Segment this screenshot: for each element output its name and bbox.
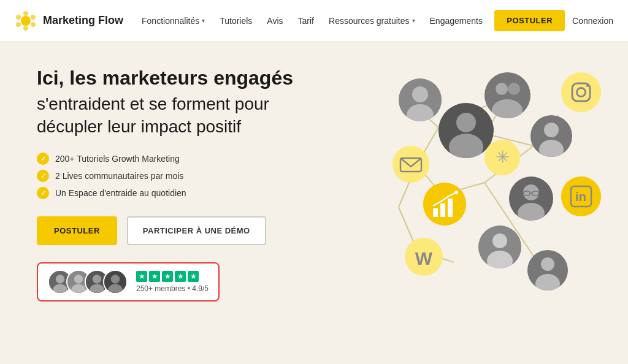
svg-point-68 (492, 233, 507, 248)
svg-point-6 (16, 15, 21, 20)
svg-point-1 (23, 11, 28, 16)
chart-icon-bubble (423, 183, 466, 226)
nav-links: Fonctionnalités ▾ Tutoriels Avis Tarif R… (142, 16, 494, 26)
svg-point-3 (31, 22, 36, 27)
svg-text:✳: ✳ (496, 148, 510, 167)
postuler-main-button[interactable]: POSTULER (37, 216, 117, 245)
main-content: Ici, les marketeurs engagés s'entraident… (0, 42, 628, 364)
person-bubble-6 (527, 250, 568, 290)
person-bubble-4 (509, 176, 553, 221)
rating-section: 250+ membres • 4.9/5 (136, 271, 209, 293)
svg-point-8 (56, 275, 64, 283)
svg-text:in: in (575, 190, 586, 203)
feature-item-2: ✓ 2 Lives communautaires par mois (37, 170, 331, 182)
svg-point-57 (454, 191, 458, 194)
linkedin-icon-bubble: in (561, 176, 601, 216)
email-icon-bubble (392, 146, 429, 183)
svg-point-2 (31, 15, 36, 20)
svg-point-14 (93, 275, 101, 283)
logo[interactable]: Marketing Flow (15, 10, 123, 32)
svg-point-5 (16, 22, 21, 27)
flower-icon-bubble: ✳ (484, 140, 520, 175)
svg-point-39 (496, 83, 508, 95)
svg-point-40 (508, 83, 520, 95)
star-3 (162, 271, 173, 282)
bubble-network: ✳ (343, 66, 591, 346)
svg-point-36 (412, 86, 428, 102)
svg-point-49 (392, 146, 429, 183)
feature-text-1: 200+ Tutoriels Growth Marketing (55, 154, 180, 164)
svg-rect-54 (433, 208, 438, 217)
feature-item-3: ✓ Un Espace d'entraide au quotidien (37, 187, 331, 199)
demo-button[interactable]: PARTICIPER À UNE DÉMO (127, 216, 266, 245)
svg-point-0 (21, 16, 31, 26)
person-bubble-3 (530, 115, 572, 157)
social-proof: 250+ membres • 4.9/5 (37, 262, 220, 301)
nav-engagements[interactable]: Engagements (430, 16, 483, 26)
postuler-nav-button[interactable]: POSTULER (494, 10, 565, 31)
connexion-button[interactable]: Connexion (572, 16, 613, 26)
star-1 (136, 271, 147, 282)
svg-rect-56 (448, 199, 453, 217)
avatar-4 (103, 270, 128, 294)
star-4 (175, 271, 186, 282)
features-list: ✓ 200+ Tutoriels Growth Marketing ✓ 2 Li… (37, 153, 331, 199)
check-icon-3: ✓ (37, 187, 49, 199)
svg-text:W: W (415, 248, 433, 268)
feature-text-3: Un Espace d'entraide au quotidien (55, 188, 186, 198)
chevron-down-icon: ▾ (202, 17, 205, 24)
avatar-group (48, 270, 128, 294)
svg-point-11 (74, 275, 83, 283)
members-text: 250+ membres • 4.9/5 (136, 284, 209, 293)
svg-point-4 (23, 26, 28, 31)
svg-point-62 (523, 184, 539, 200)
cta-buttons: POSTULER PARTICIPER À UNE DÉMO (37, 216, 331, 245)
check-icon-1: ✓ (37, 153, 49, 165)
person-bubble-5 (478, 226, 521, 268)
hero-left: Ici, les marketeurs engagés s'entraident… (37, 66, 331, 346)
svg-point-59 (544, 123, 559, 137)
svg-point-76 (541, 257, 554, 271)
nav-ressources[interactable]: Ressources gratuites ▾ (329, 16, 415, 26)
feature-item-1: ✓ 200+ Tutoriels Growth Marketing (37, 153, 331, 165)
chevron-down-icon: ▾ (412, 17, 415, 24)
brand-name: Marketing Flow (43, 14, 123, 27)
svg-point-48 (586, 85, 589, 87)
svg-rect-55 (440, 203, 445, 217)
star-5 (188, 271, 199, 282)
svg-point-17 (111, 275, 120, 283)
star-2 (149, 271, 160, 282)
logo-icon (15, 10, 37, 32)
star-rating (136, 271, 209, 282)
hero-title-bold: Ici, les marketeurs engagés (37, 66, 331, 89)
navbar: Marketing Flow Fonctionnalités ▾ Tutorie… (0, 0, 628, 42)
nav-tutoriels[interactable]: Tutoriels (220, 16, 252, 26)
feature-text-2: 2 Lives communautaires par mois (55, 171, 183, 181)
person-bubble-2 (484, 72, 530, 118)
nav-fonctionnalites[interactable]: Fonctionnalités ▾ (142, 16, 205, 26)
check-icon-2: ✓ (37, 170, 49, 182)
avatar-face-4 (104, 270, 126, 294)
hero-subtitle: s'entraident et se forment pour décupler… (37, 93, 331, 138)
svg-line-30 (484, 183, 509, 219)
nav-avis[interactable]: Avis (267, 16, 283, 26)
svg-point-45 (561, 72, 601, 112)
webflow-icon-bubble: W (405, 238, 443, 276)
nav-actions: POSTULER Connexion (494, 10, 613, 31)
svg-point-43 (456, 113, 476, 132)
nav-tarif[interactable]: Tarif (298, 16, 314, 26)
person-bubble-1 (399, 78, 442, 121)
instagram-icon-bubble (561, 72, 601, 112)
